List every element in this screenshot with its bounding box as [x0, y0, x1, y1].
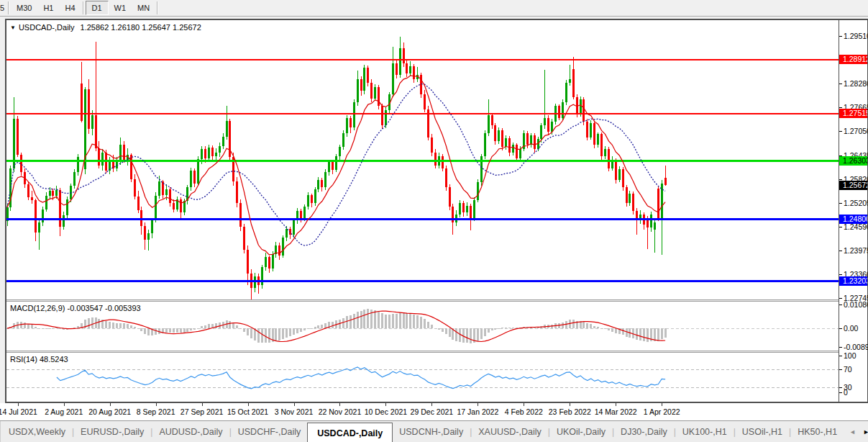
date-label: 15 Oct 2021 — [221, 407, 275, 416]
price-badge-1.26303: 1.26303 — [839, 156, 867, 166]
tick-mark — [839, 107, 842, 108]
toolbar-separator — [83, 1, 84, 14]
chart-tab-dj30-daily[interactable]: DJ30-,Daily — [614, 421, 674, 442]
macd-label: MACD(12,26,9) -0.003547 -0.005393 — [10, 304, 141, 312]
tick-mark — [839, 251, 842, 251]
chart-title: ▼USDCAD-,Daily1.25862 1.26180 1.25647 1.… — [10, 23, 201, 32]
toolbar-separator — [157, 1, 158, 14]
timeframe-button-d1[interactable]: D1 — [86, 1, 109, 15]
date-tick-mark — [202, 403, 203, 406]
date-label: 23 Feb 2022 — [543, 407, 596, 416]
chart-tab-ukoil-daily[interactable]: UKOil-,Daily — [550, 421, 612, 442]
date-label: 22 Nov 2021 — [313, 407, 366, 416]
date-label: 29 Dec 2021 — [405, 407, 458, 416]
tab-scroll-right-icon[interactable]: ► — [863, 428, 868, 436]
chart-tab-eurusd-daily[interactable]: EURUSD-,Daily — [74, 421, 150, 442]
tick-mark — [839, 227, 842, 227]
chart-tab-usdx-weekly[interactable]: USDX,Weekly — [2, 421, 72, 442]
price-chart-canvas[interactable] — [6, 20, 839, 299]
date-label: 10 Dec 2021 — [359, 407, 412, 416]
date-tick-mark — [64, 403, 65, 406]
macd-histogram — [6, 309, 667, 343]
date-label: 17 Jan 2022 — [451, 407, 504, 416]
tick-mark — [839, 36, 842, 37]
date-label: 8 Sep 2021 — [129, 407, 183, 416]
timeframe-button-m30[interactable]: M30 — [11, 1, 37, 15]
price-axis[interactable]: 1.295101.282801.276651.270501.264351.258… — [839, 20, 867, 402]
chart-window: ▼USDCAD-,Daily1.25862 1.26180 1.25647 1.… — [5, 19, 868, 403]
date-tick-mark — [110, 403, 111, 406]
chart-title-ohlc: 1.25862 1.26180 1.25647 1.25672 — [81, 23, 201, 32]
tab-bar-leading-space — [0, 421, 1, 442]
tick-mark — [839, 203, 842, 204]
date-label: 27 Sep 2021 — [175, 407, 229, 416]
chart-title-symbol: USDCAD-,Daily — [19, 23, 75, 32]
date-label: 1 Apr 2022 — [635, 407, 688, 416]
date-tick-mark — [248, 403, 249, 406]
chart-tab-xauusd-daily[interactable]: XAUUSD-,Daily — [472, 421, 548, 442]
price-badge-1.24800: 1.24800 — [839, 215, 867, 224]
macd-pane[interactable]: MACD(12,26,9) -0.003547 -0.005393 — [6, 302, 839, 351]
price-badge-1.28912: 1.28912 — [839, 55, 867, 64]
main-chart-pane[interactable]: ▼USDCAD-,Daily1.25862 1.26180 1.25647 1.… — [6, 20, 839, 299]
candlestick-series — [6, 37, 667, 299]
tick-mark — [839, 179, 842, 180]
tab-scroll-controls: ◄ ► — [849, 421, 868, 442]
chart-tab-uk100-h1[interactable]: UK100-,H1 — [676, 421, 734, 442]
date-tick-mark — [478, 403, 478, 406]
tick-mark — [839, 131, 842, 132]
tick-mark — [839, 274, 842, 275]
price-badge-1.27515: 1.27515 — [839, 109, 867, 118]
date-label: 2 Aug 2021 — [37, 407, 91, 416]
chart-tab-usdchf-daily[interactable]: USDCHF-,Daily — [232, 421, 308, 442]
timeframe-button-w1[interactable]: W1 — [109, 1, 132, 15]
date-tick-mark — [18, 403, 19, 406]
chart-tab-audusd-daily[interactable]: AUDUSD-,Daily — [152, 421, 229, 442]
chart-tab-bar: USDX,Weekly|EURUSD-,Daily|AUDUSD-,Daily|… — [0, 420, 868, 442]
date-tick-mark — [385, 403, 386, 406]
tick-mark — [839, 84, 842, 84]
date-tick-mark — [156, 403, 157, 406]
date-tick-mark — [616, 403, 616, 406]
chart-tab-usdcnh-daily[interactable]: USDCNH-,Daily — [393, 421, 470, 442]
timeframe-toolbar: 5M30H1H4D1W1MN — [0, 0, 868, 17]
date-axis[interactable]: 14 Jul 20212 Aug 202120 Aug 20218 Sep 20… — [0, 403, 868, 420]
date-label: 4 Feb 2022 — [497, 407, 550, 416]
rsi-line — [57, 367, 665, 389]
tab-scroll-left-icon[interactable]: ◄ — [849, 428, 856, 436]
timeframe-button-clipped[interactable]: 5 — [0, 1, 6, 15]
date-label: 3 Nov 2021 — [268, 407, 321, 416]
chart-tab-hk50-h1[interactable]: HK50-,H1 — [791, 421, 844, 442]
toolbar-separator — [8, 1, 9, 14]
date-tick-mark — [339, 403, 340, 406]
timeframe-button-h4[interactable]: H4 — [59, 1, 81, 15]
rsi-label: RSI(14) 48.5243 — [10, 355, 68, 364]
date-label: 20 Aug 2021 — [83, 407, 137, 416]
date-tick-mark — [294, 403, 295, 406]
symbol-dropdown-icon[interactable]: ▼ — [10, 24, 16, 31]
date-tick-mark — [524, 403, 524, 406]
date-tick-mark — [662, 403, 662, 406]
timeframe-button-mn[interactable]: MN — [132, 1, 155, 15]
rsi-canvas[interactable] — [6, 353, 839, 402]
rsi-pane[interactable]: RSI(14) 48.5243 — [6, 353, 839, 402]
date-tick-mark — [431, 403, 432, 406]
price-badge-1.23203: 1.23203 — [839, 276, 867, 286]
chart-tab-usdcad-daily[interactable]: USDCAD-,Daily — [307, 423, 393, 442]
price-badge-1.25672: 1.25672 — [839, 181, 867, 190]
tick-mark — [839, 298, 842, 299]
timeframe-button-h1[interactable]: H1 — [37, 1, 59, 15]
date-tick-mark — [570, 403, 570, 406]
date-label: 14 Mar 2022 — [589, 407, 642, 416]
chart-tab-usoil-h1[interactable]: USOil-,H1 — [736, 421, 789, 442]
